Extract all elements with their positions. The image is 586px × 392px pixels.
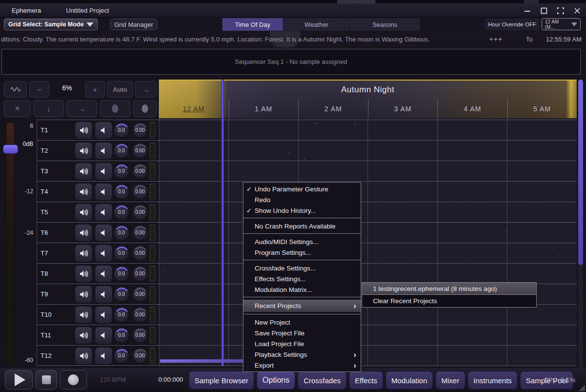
- gain-knob[interactable]: 0.0: [114, 205, 129, 220]
- vertical-scrollbar[interactable]: [578, 80, 583, 369]
- hour-label[interactable]: 5 AM: [507, 99, 577, 119]
- speaker-mute-button[interactable]: [95, 204, 112, 221]
- speaker-mute-button[interactable]: [95, 265, 112, 283]
- menu-item-show-undo-history[interactable]: ✓ Show Undo History...: [243, 205, 361, 216]
- move-right-button[interactable]: →: [66, 100, 97, 117]
- menu-item-crossfade-settings[interactable]: Crossfade Settings...: [243, 263, 361, 273]
- gain-knob[interactable]: 0.0: [114, 287, 129, 302]
- menu-item-new-project[interactable]: New Project: [243, 317, 361, 328]
- zoom-in-button[interactable]: +: [85, 81, 105, 98]
- speaker-unmute-button[interactable]: [75, 204, 92, 221]
- speaker-mute-button[interactable]: [95, 183, 112, 201]
- pan-knob[interactable]: 0.00: [132, 143, 148, 158]
- menu-item-audio-midi-settings[interactable]: Audio/MIDI Settings...: [243, 236, 361, 247]
- speaker-mute-button[interactable]: [95, 142, 112, 160]
- gain-knob[interactable]: 0.0: [114, 123, 129, 138]
- nav-effects-button[interactable]: Effects: [349, 371, 383, 390]
- speaker-unmute-button[interactable]: [75, 142, 92, 160]
- stop-button[interactable]: [35, 370, 57, 390]
- node-fill-button[interactable]: [133, 100, 157, 117]
- pan-knob[interactable]: 0.00: [132, 348, 148, 363]
- speaker-unmute-button[interactable]: [75, 183, 92, 201]
- nav-instruments-button[interactable]: Instruments: [468, 371, 518, 390]
- close-button[interactable]: [572, 6, 582, 16]
- menu-item-effects-settings[interactable]: Effects Settings...: [243, 273, 361, 284]
- pan-knob[interactable]: 0.00: [132, 287, 148, 302]
- nav-sample-browser-button[interactable]: Sample Browser: [189, 371, 254, 390]
- speaker-unmute-button[interactable]: [75, 265, 92, 283]
- speaker-unmute-button[interactable]: [75, 306, 92, 324]
- pan-knob[interactable]: 0.00: [132, 164, 148, 179]
- nav-modulation-button[interactable]: Modulation: [386, 371, 433, 390]
- minimize-button[interactable]: [522, 6, 532, 16]
- speaker-unmute-button[interactable]: [75, 286, 92, 303]
- gain-knob[interactable]: 0.0: [114, 164, 129, 179]
- gain-knob[interactable]: 0.0: [114, 307, 129, 322]
- clear-button[interactable]: ×: [4, 100, 31, 117]
- speaker-unmute-button[interactable]: [75, 327, 92, 344]
- play-button[interactable]: [5, 370, 33, 390]
- speaker-mute-button[interactable]: [95, 327, 112, 344]
- grid-select-dropdown[interactable]: Grid Select: Sample Mode: [4, 19, 98, 30]
- maximize-button[interactable]: [539, 6, 549, 16]
- pan-knob[interactable]: 0.00: [132, 123, 148, 138]
- submenu-item-recent-file[interactable]: 1 testingrecent.ephemeral (8 minutes ago…: [362, 283, 536, 294]
- tab-seasons[interactable]: Seasons: [350, 18, 420, 31]
- speaker-unmute-button[interactable]: [75, 122, 92, 139]
- speaker-mute-button[interactable]: [95, 347, 112, 365]
- hour-dropdown[interactable]: 12 AM (M...: [542, 18, 581, 30]
- auto-zoom-button[interactable]: Auto: [107, 81, 133, 98]
- menu-item-load-project[interactable]: Load Project File: [243, 338, 361, 349]
- gain-knob[interactable]: 0.0: [114, 225, 129, 240]
- menu-item-crash-reports[interactable]: No Crash Reports Available: [243, 221, 361, 231]
- speaker-unmute-button[interactable]: [75, 245, 92, 262]
- speaker-mute-button[interactable]: [95, 245, 112, 262]
- hour-label[interactable]: 3 AM: [368, 99, 438, 119]
- gain-knob[interactable]: 0.0: [114, 143, 129, 158]
- speaker-unmute-button[interactable]: [75, 163, 92, 180]
- time-advance-control[interactable]: +++: [489, 35, 503, 43]
- hour-label[interactable]: 12 AM: [159, 99, 229, 119]
- nav-options-button[interactable]: Options: [257, 371, 295, 390]
- vertical-scrollbar-thumb[interactable]: [578, 80, 583, 265]
- tab-time-of-day[interactable]: Time Of Day: [222, 18, 283, 31]
- nav-mixer-button[interactable]: Mixer: [435, 371, 465, 390]
- speaker-unmute-button[interactable]: [75, 224, 92, 242]
- submenu-item-clear-recent[interactable]: Clear Recent Projects: [362, 295, 536, 307]
- hour-label[interactable]: 2 AM: [298, 99, 368, 119]
- menu-item-modulation-matrix[interactable]: Modulation Matrix...: [243, 284, 361, 295]
- menu-item-playback-settings[interactable]: Playback Settings ›: [243, 349, 361, 360]
- gain-knob[interactable]: 0.0: [114, 328, 129, 343]
- menu-item-save-project[interactable]: Save Project File: [243, 328, 361, 338]
- menu-item-recent-projects[interactable]: Recent Projects ›: [243, 300, 361, 312]
- waveform-view-button[interactable]: [4, 81, 27, 98]
- menu-item-export[interactable]: Export ›: [243, 360, 361, 371]
- node-tool-button[interactable]: [100, 100, 130, 117]
- nav-crossfades-button[interactable]: Crossfades: [298, 371, 347, 390]
- resize-handle[interactable]: [578, 384, 586, 392]
- hour-label[interactable]: 1 AM: [229, 99, 299, 119]
- speaker-mute-button[interactable]: [95, 286, 112, 303]
- pan-knob[interactable]: 0.00: [132, 328, 148, 343]
- menu-item-undo[interactable]: ✓ Undo Parameter Gesture: [243, 184, 361, 194]
- fullscreen-button[interactable]: [556, 6, 565, 16]
- menu-item-redo[interactable]: Redo: [243, 194, 361, 205]
- pan-knob[interactable]: 0.00: [132, 246, 148, 261]
- gain-knob[interactable]: 0.0: [114, 348, 129, 363]
- speaker-mute-button[interactable]: [95, 122, 112, 139]
- gain-knob[interactable]: 0.0: [114, 266, 129, 281]
- gain-knob[interactable]: 0.0: [114, 246, 129, 261]
- grid-manager-button[interactable]: Grid Manager: [110, 19, 157, 30]
- hour-override-button[interactable]: Hour Override OFF: [485, 19, 540, 30]
- menu-item-program-settings[interactable]: Program Settings...: [243, 247, 361, 258]
- tab-weather[interactable]: Weather: [283, 18, 350, 31]
- pan-knob[interactable]: 0.00: [132, 225, 148, 240]
- pan-knob[interactable]: 0.00: [132, 307, 148, 322]
- speaker-mute-button[interactable]: [95, 306, 112, 324]
- move-down-button[interactable]: ↓: [33, 100, 64, 117]
- pan-knob[interactable]: 0.00: [132, 266, 148, 281]
- hour-label[interactable]: 4 AM: [437, 99, 507, 119]
- pan-knob[interactable]: 0.00: [132, 184, 148, 199]
- pan-knob[interactable]: 0.00: [132, 205, 148, 220]
- gain-knob[interactable]: 0.0: [114, 184, 129, 199]
